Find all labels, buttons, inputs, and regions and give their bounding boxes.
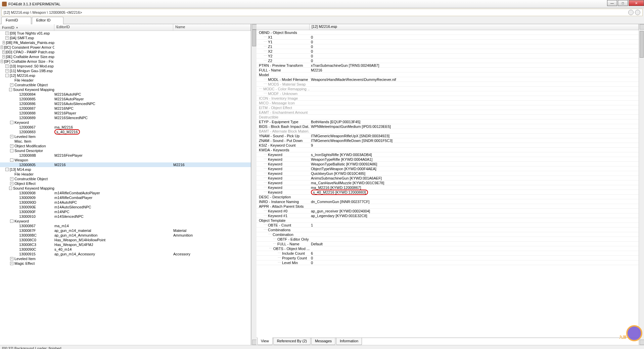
tree-row[interactable]: File Header xyxy=(0,78,251,83)
tab-formid[interactable]: FormID xyxy=(1,17,31,24)
col-formid-header[interactable]: FormID▲ xyxy=(0,24,54,31)
collapse-icon[interactable]: - xyxy=(9,88,12,91)
property-row[interactable]: YNAM - Sound - Pick UpITMGenericWeaponRi… xyxy=(257,134,639,138)
tree-row[interactable]: +[0A] SMFT.esp xyxy=(0,36,251,40)
tree-row[interactable]: 12000889M2216SilencedNPC xyxy=(0,115,251,120)
col-name-header[interactable]: Name xyxy=(173,24,251,31)
property-row[interactable]: Model xyxy=(257,72,639,77)
tree-row[interactable]: 1300090Dm14AutoNPC xyxy=(0,200,251,205)
property-row[interactable]: Destructible xyxy=(257,115,639,119)
tree-row[interactable]: 13000910m14SilencedNPC xyxy=(0,214,251,219)
property-row[interactable]: ⋯OBTS - Object Mod ... xyxy=(257,246,639,251)
property-row[interactable]: ⋯MODS - Material Swap xyxy=(257,82,639,87)
property-row[interactable]: ⋯Keyword #0ap_gun_receiver [KYWD:0002400… xyxy=(257,209,639,213)
expand-icon[interactable]: + xyxy=(2,50,5,54)
tree-row[interactable]: +Constructible Object xyxy=(0,83,251,87)
property-row[interactable]: OBND - Object Bounds xyxy=(257,30,639,35)
property-row[interactable]: ⋯FULL - NameDefault xyxy=(257,242,639,246)
collapse-icon[interactable]: - xyxy=(10,149,13,152)
property-row[interactable]: ⋯Combination xyxy=(257,232,639,237)
col-editorid-header[interactable]: EditorID xyxy=(54,24,173,31)
property-row[interactable]: ⋯KeywordObjectTypeWeapon [KYWD:000F4AEA] xyxy=(257,166,639,171)
property-row[interactable]: BIDS - Block Bash Impact Dat...WPNMeleeI… xyxy=(257,124,639,129)
tree-row[interactable]: +[0C] Consistent Power Armor Overhaul.es… xyxy=(0,45,251,50)
tree-row[interactable]: 1200088BM2216FirePlayer xyxy=(0,153,251,158)
tree-row[interactable]: -Sound Keyword Mapping xyxy=(0,87,251,92)
tree-row[interactable]: 1300090Cs_40_m14 xyxy=(0,247,251,252)
expand-icon[interactable]: + xyxy=(5,69,9,72)
property-row[interactable]: ⋯Property Count0 xyxy=(257,256,639,260)
property-row[interactable]: INRD - Instance Namingdn_CommonGun [INNR… xyxy=(257,199,639,204)
property-row[interactable]: EITM - Object Effect xyxy=(257,105,639,110)
tree-row[interactable]: 1300087Fap_gun_m14_materialMaterial xyxy=(0,228,251,233)
expand-icon[interactable]: + xyxy=(10,144,13,148)
tree-row[interactable]: 130008BCap_gun_m14_AmmunitionAmmunition xyxy=(0,233,251,238)
property-row[interactable]: ⋯MODL - Model FilenameWeapons\HandMade\R… xyxy=(257,77,639,82)
tree-row[interactable]: +[0D] CPAO - PAMP Patch.esp xyxy=(0,50,251,54)
property-row[interactable]: ⋯Y20 xyxy=(257,54,639,58)
tree-row[interactable]: +Magic Effect xyxy=(0,261,251,266)
tree-row[interactable]: -[12] M2216.esp xyxy=(0,73,251,78)
property-row[interactable]: ⋯KeywordQuickkeyGun [KYWD:0010C485] xyxy=(257,171,639,176)
tree-row[interactable]: 13000867ma_m14 xyxy=(0,223,251,228)
tree-row[interactable]: 13000909m14RifleCombatPlayer xyxy=(0,195,251,200)
property-row[interactable]: ⋯Y10 xyxy=(257,40,639,44)
property-row[interactable]: ⋯Combinations xyxy=(257,228,639,232)
property-row[interactable]: BAMT - Alternate Block Materi... xyxy=(257,129,639,134)
record-tree[interactable]: +[09] True Nights v01.esp+[0A] SMFT.esp+… xyxy=(0,31,251,345)
property-row[interactable]: KWDA - Keywords xyxy=(257,148,639,152)
expand-icon[interactable]: + xyxy=(2,55,5,58)
property-row[interactable]: ⋯OBTF - Editor Only xyxy=(257,237,639,242)
tab-view[interactable]: View xyxy=(257,338,273,345)
minimize-button[interactable]: — xyxy=(607,0,617,6)
scrollbar-thumb[interactable] xyxy=(252,30,256,46)
expand-icon[interactable]: + xyxy=(10,262,13,265)
tree-row[interactable]: +Object Modification xyxy=(0,144,251,148)
expand-icon[interactable]: + xyxy=(5,64,9,68)
property-row[interactable]: ⋯KeywordAnimsSubmachineGun [KYWD:001A6AE… xyxy=(257,176,639,181)
collapse-icon[interactable]: - xyxy=(10,158,13,162)
tree-row[interactable]: 12000884M2216AutoNPC xyxy=(0,92,251,97)
tab-messages[interactable]: Messages xyxy=(311,338,335,345)
expand-icon[interactable]: + xyxy=(10,182,13,185)
expand-icon[interactable]: + xyxy=(10,257,13,260)
property-row[interactable]: ⋯KeywordWeaponTypeRifle [KYWD:0004A0A1] xyxy=(257,157,639,162)
close-button[interactable]: ✕ xyxy=(629,0,644,6)
right-scrollbar[interactable] xyxy=(639,24,644,345)
tree-row[interactable]: -Sound Descriptor xyxy=(0,148,251,153)
property-row[interactable]: ⋯OBTE - Count1 xyxy=(257,223,639,228)
nav-back-button[interactable] xyxy=(628,10,634,15)
property-row[interactable]: ⋯Include Count6 xyxy=(257,251,639,256)
property-row[interactable]: Object Template xyxy=(257,218,639,223)
tree-row[interactable]: +Constructible Object xyxy=(0,177,251,181)
expand-icon[interactable]: + xyxy=(10,135,13,138)
tree-row[interactable]: 13000915ap_gun_m14_AccessoryAccessory xyxy=(0,252,251,256)
collapse-icon[interactable]: - xyxy=(10,219,13,223)
property-row[interactable]: ⋯KeywordWeaponTypeBallistic [KYWD:00092A… xyxy=(257,162,639,166)
tree-row[interactable]: -Weapon xyxy=(0,158,251,162)
tree-row[interactable]: 12000888M2216Player xyxy=(0,111,251,115)
expand-icon[interactable]: + xyxy=(10,83,13,87)
collapse-icon[interactable]: - xyxy=(5,74,9,77)
tree-row[interactable]: -Keyword xyxy=(0,219,251,223)
tree-row[interactable]: 13000908m14RifleCombatAutoPlayer xyxy=(0,191,251,195)
property-row[interactable]: FULL - NameM2216 xyxy=(257,68,639,72)
property-row[interactable]: ⋯Z20 xyxy=(257,58,639,63)
property-row[interactable]: APPR - Attach Parent Slots xyxy=(257,204,639,209)
expand-icon[interactable]: + xyxy=(10,177,13,181)
property-row[interactable]: ZNAM - Sound - Put DownITMGenericWeaponR… xyxy=(257,138,639,143)
property-row[interactable]: ICON - Inventory Image xyxy=(257,96,639,101)
tree-row[interactable]: 12000883s_40_M2216 xyxy=(0,130,251,134)
expand-icon[interactable]: + xyxy=(5,32,9,35)
tab-referenced-by[interactable]: Referenced By (2) xyxy=(273,338,311,345)
collapse-icon[interactable]: - xyxy=(9,187,12,190)
tree-row[interactable]: 12000886M2216AutoSilencedNPC xyxy=(0,101,251,106)
tree-row[interactable]: Misc. Item xyxy=(0,139,251,144)
tree-row[interactable]: 1300090Fm14NPC xyxy=(0,209,251,214)
maximize-button[interactable]: □ xyxy=(618,0,628,6)
property-row[interactable]: PTRN - Preview TransformxTranSubmachineG… xyxy=(257,63,639,68)
expand-icon[interactable]: + xyxy=(5,36,9,40)
property-row[interactable]: ⋯X20 xyxy=(257,49,639,54)
tree-row[interactable]: +[10] Improved .50 Mod.esp xyxy=(0,64,251,68)
tree-row[interactable]: +[0F] Craftable Armor Size - Fix Materia… xyxy=(0,59,251,64)
